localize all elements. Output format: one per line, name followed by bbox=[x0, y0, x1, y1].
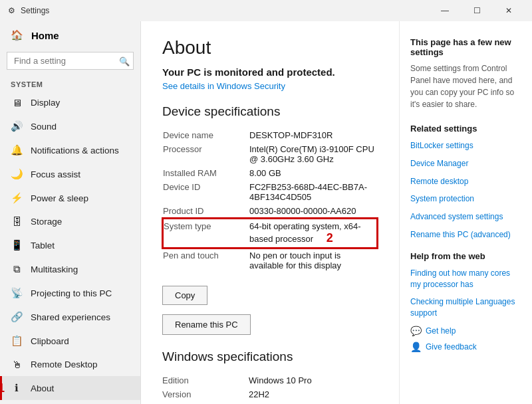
copy-device-button[interactable]: Copy bbox=[162, 286, 207, 305]
spec-value: DESKTOP-MDF310R bbox=[249, 128, 377, 142]
spec-value: Intel(R) Core(TM) i3-9100F CPU @ 3.60GHz… bbox=[249, 142, 377, 166]
windows-specs-title: Windows specifications bbox=[162, 350, 378, 364]
table-row: Device ID FC2FB253-668D-44EC-BB7A-4BF134… bbox=[163, 180, 377, 204]
sidebar-item-shared[interactable]: 🔗 Shared experiences bbox=[0, 305, 140, 329]
spec-label: Product ID bbox=[163, 204, 249, 219]
sidebar-item-storage[interactable]: 🗄 Storage bbox=[0, 210, 140, 233]
window-title: Settings bbox=[21, 6, 49, 15]
sidebar-item-power[interactable]: ⚡ Power & sleep bbox=[0, 186, 140, 210]
spec-value: 64-bit operating system, x64-based proce… bbox=[249, 219, 377, 248]
spec-label: System type bbox=[163, 219, 249, 248]
close-button[interactable]: ✕ bbox=[493, 0, 524, 21]
title-bar-left: ⚙ Settings bbox=[8, 6, 49, 15]
title-bar: ⚙ Settings — ☐ ✕ bbox=[0, 0, 532, 21]
about-icon: ℹ bbox=[11, 382, 23, 394]
spec-label: Installed on bbox=[162, 401, 249, 404]
table-row: Installed RAM 8.00 GB bbox=[163, 166, 377, 180]
rename-pc-button[interactable]: Rename this PC bbox=[162, 314, 251, 335]
notifications-icon: 🔔 bbox=[11, 144, 23, 156]
focus-icon: 🌙 bbox=[11, 168, 23, 180]
sidebar-item-about[interactable]: ℹ About 1 bbox=[0, 376, 140, 400]
advanced-system-link[interactable]: Advanced system settings bbox=[410, 211, 521, 223]
get-help-icon: 💬 bbox=[410, 326, 422, 336]
storage-icon: 🗄 bbox=[11, 216, 23, 227]
minimize-button[interactable]: — bbox=[430, 0, 460, 21]
get-help-item[interactable]: 💬 Get help bbox=[410, 326, 521, 336]
right-panel: This page has a few new settings Some se… bbox=[399, 21, 532, 404]
shared-icon: 🔗 bbox=[11, 311, 23, 323]
app-container: 🏠 Home 🔍 System 🖥 Display 🔊 Sound 🔔 Noti… bbox=[0, 21, 532, 404]
spec-value: 10/13/2020 bbox=[249, 401, 378, 404]
sidebar-label-projecting: Projecting to this PC bbox=[31, 288, 112, 298]
search-input[interactable] bbox=[7, 52, 134, 70]
search-button[interactable]: 🔍 bbox=[119, 56, 130, 66]
spec-value: 00330-80000-00000-AA620 bbox=[249, 204, 377, 219]
related-settings-title: Related settings bbox=[410, 124, 521, 134]
help-section: Help from the web Finding out how many c… bbox=[410, 251, 521, 352]
badge-2: 2 bbox=[327, 231, 333, 245]
spec-label: Processor bbox=[163, 142, 249, 166]
spec-value: FC2FB253-668D-44EC-BB7A-4BF134C4D505 bbox=[249, 180, 377, 204]
sidebar-label-multitasking: Multitasking bbox=[31, 264, 78, 274]
right-panel-intro-desc: Some settings from Control Panel have mo… bbox=[410, 62, 521, 110]
bitlocker-link[interactable]: BitLocker settings bbox=[410, 140, 521, 152]
table-row: Version 22H2 bbox=[162, 387, 378, 401]
spec-value: 8.00 GB bbox=[249, 166, 377, 180]
system-protection-link[interactable]: System protection bbox=[410, 193, 521, 205]
sidebar-item-display[interactable]: 🖥 Display bbox=[0, 91, 140, 114]
table-row: Pen and touch No pen or touch input is a… bbox=[163, 248, 377, 272]
processor-cores-link[interactable]: Finding out how many cores my processor … bbox=[410, 268, 521, 290]
sidebar-item-clipboard[interactable]: 📋 Clipboard bbox=[0, 329, 140, 353]
security-link[interactable]: See details in Windows Security bbox=[162, 81, 285, 91]
tablet-icon: 📱 bbox=[11, 239, 23, 251]
sidebar-label-shared: Shared experiences bbox=[31, 312, 110, 322]
device-specs-table: Device name DESKTOP-MDF310R Processor In… bbox=[162, 128, 378, 272]
sidebar-label-about: About bbox=[31, 383, 54, 393]
sidebar: 🏠 Home 🔍 System 🖥 Display 🔊 Sound 🔔 Noti… bbox=[0, 21, 141, 404]
sidebar-item-multitasking[interactable]: ⧉ Multitasking bbox=[0, 257, 140, 281]
system-type-row: System type 64-bit operating system, x64… bbox=[163, 219, 377, 248]
give-feedback-label: Give feedback bbox=[426, 342, 477, 352]
get-help-label: Get help bbox=[426, 326, 456, 336]
device-specs-title: Device specifications bbox=[162, 104, 378, 119]
table-row: Device name DESKTOP-MDF310R bbox=[163, 128, 377, 142]
spec-label: Device name bbox=[163, 128, 249, 142]
table-row: Installed on 10/13/2020 bbox=[162, 401, 378, 404]
title-bar-controls: — ☐ ✕ bbox=[430, 0, 524, 21]
give-feedback-item[interactable]: 👤 Give feedback bbox=[410, 342, 521, 352]
sidebar-item-remote[interactable]: 🖱 Remote Desktop bbox=[0, 353, 140, 376]
search-box: 🔍 bbox=[7, 52, 134, 70]
display-icon: 🖥 bbox=[11, 97, 23, 108]
sidebar-item-sound[interactable]: 🔊 Sound bbox=[0, 114, 140, 138]
spec-label: Edition bbox=[162, 373, 249, 387]
sidebar-label-storage: Storage bbox=[31, 217, 62, 227]
give-feedback-icon: 👤 bbox=[410, 342, 422, 352]
remote-desktop-link[interactable]: Remote desktop bbox=[410, 176, 521, 187]
sidebar-item-projecting[interactable]: 📡 Projecting to this PC bbox=[0, 281, 140, 305]
rename-pc-advanced-link[interactable]: Rename this PC (advanced) bbox=[410, 229, 521, 241]
sound-icon: 🔊 bbox=[11, 120, 23, 132]
sidebar-home[interactable]: 🏠 Home bbox=[0, 21, 140, 49]
remote-icon: 🖱 bbox=[11, 359, 23, 370]
languages-support-link[interactable]: Checking multiple Languages support bbox=[410, 296, 521, 319]
spec-value: 22H2 bbox=[249, 387, 378, 401]
maximize-button[interactable]: ☐ bbox=[462, 0, 492, 21]
sidebar-label-sound: Sound bbox=[31, 122, 57, 132]
multitasking-icon: ⧉ bbox=[11, 263, 23, 275]
sidebar-item-notifications[interactable]: 🔔 Notifications & actions bbox=[0, 138, 140, 162]
security-banner: Your PC is monitored and protected. bbox=[162, 66, 378, 78]
device-manager-link[interactable]: Device Manager bbox=[410, 158, 521, 169]
sidebar-label-remote: Remote Desktop bbox=[31, 359, 98, 369]
right-panel-intro-title: This page has a few new settings bbox=[410, 37, 521, 57]
sidebar-label-clipboard: Clipboard bbox=[31, 336, 69, 346]
badge-1: 1 bbox=[0, 381, 5, 395]
help-from-web-title: Help from the web bbox=[410, 251, 521, 261]
home-icon: 🏠 bbox=[11, 29, 23, 41]
system-section-label: System bbox=[0, 75, 140, 91]
sidebar-label-tablet: Tablet bbox=[31, 241, 55, 251]
spec-label: Pen and touch bbox=[163, 248, 249, 272]
table-row: Processor Intel(R) Core(TM) i3-9100F CPU… bbox=[163, 142, 377, 166]
spec-value: No pen or touch input is available for t… bbox=[249, 248, 377, 272]
sidebar-item-focus[interactable]: 🌙 Focus assist bbox=[0, 162, 140, 186]
sidebar-item-tablet[interactable]: 📱 Tablet bbox=[0, 233, 140, 257]
